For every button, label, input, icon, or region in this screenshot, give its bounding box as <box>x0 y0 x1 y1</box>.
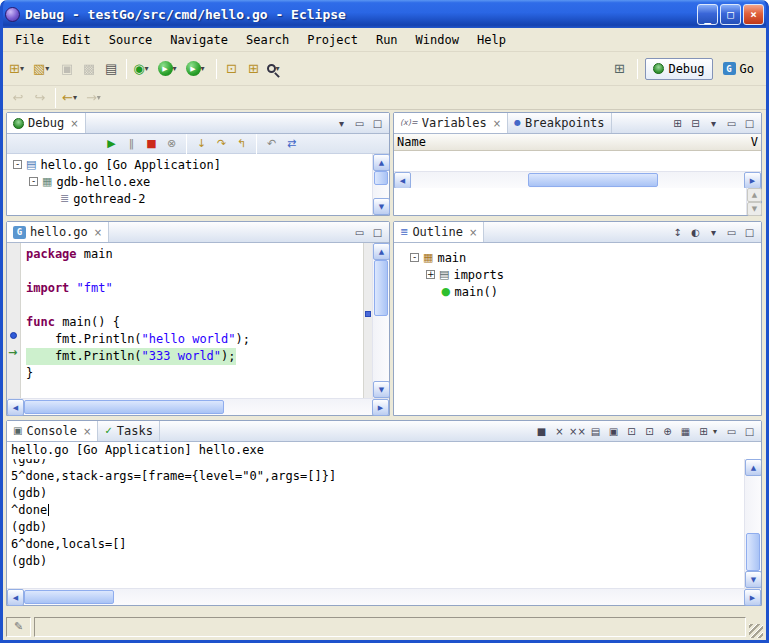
editor-vscrollbar[interactable]: ▲ ▼ <box>372 243 389 398</box>
debug-scrollbar[interactable]: ▲ ▼ <box>372 154 389 215</box>
step-into-button[interactable]: ↓ <box>192 135 211 152</box>
drop-to-frame-button[interactable]: ↶ <box>262 135 281 152</box>
view-menu-chevron-icon[interactable]: ▾ <box>333 115 350 131</box>
save-button[interactable]: ▣ <box>56 57 78 81</box>
scroll-thumb[interactable] <box>528 173 658 187</box>
dropdown-arrow-icon[interactable]: ▾ <box>145 64 154 73</box>
hide-elements-button[interactable]: ◐ <box>687 224 704 240</box>
menu-run[interactable]: Run <box>367 30 407 50</box>
console-output[interactable]: (gdb) 5^done,stack-args=[frame={level="0… <box>7 459 744 588</box>
column-name[interactable]: Name <box>397 135 426 149</box>
collapse-all-button[interactable]: ⊟ <box>687 115 704 131</box>
scroll-thumb[interactable] <box>374 171 388 185</box>
console-vscrollbar[interactable]: ▲ ▼ <box>744 459 761 588</box>
scroll-thumb[interactable] <box>24 590 114 604</box>
variables-table[interactable] <box>394 151 761 171</box>
scroll-up-button[interactable]: ▲ <box>747 188 762 202</box>
perspective-go-button[interactable]: G Go <box>716 59 761 79</box>
scroll-thumb[interactable] <box>374 260 388 316</box>
menu-edit[interactable]: Edit <box>53 30 100 50</box>
menu-window[interactable]: Window <box>407 30 468 50</box>
scroll-up-button[interactable]: ▲ <box>745 459 761 476</box>
maximize-view-button[interactable]: □ <box>369 224 386 240</box>
scroll-down-button[interactable]: ▼ <box>745 571 761 588</box>
tab-console[interactable]: ▣ Console × <box>7 421 98 441</box>
clear-console-button[interactable]: ▤ <box>587 423 604 439</box>
scroll-up-button[interactable]: ▲ <box>373 154 390 171</box>
editor-gutter[interactable]: → <box>7 243 21 398</box>
menu-navigate[interactable]: Navigate <box>161 30 237 50</box>
dropdown-arrow-icon[interactable]: ▾ <box>713 427 722 436</box>
last-edit-location-button[interactable]: ↩ <box>7 86 29 110</box>
console-hscrollbar[interactable]: ◀ ▶ <box>7 588 761 605</box>
dropdown-arrow-icon[interactable]: ▾ <box>73 93 82 102</box>
outline-item-imports[interactable]: + ▤ imports <box>398 266 761 283</box>
scroll-thumb[interactable] <box>746 533 760 571</box>
tab-tasks[interactable]: ✓ Tasks <box>98 421 160 441</box>
scroll-left-button[interactable]: ◀ <box>7 399 24 416</box>
show-on-stderr-button[interactable]: ⊡ <box>641 423 658 439</box>
use-step-filters-button[interactable]: ⇄ <box>282 135 301 152</box>
step-over-button[interactable]: ↷ <box>212 135 231 152</box>
debug-button[interactable]: ◉▾ <box>131 57 155 81</box>
expander-closed-icon[interactable]: + <box>426 270 435 279</box>
menu-file[interactable]: File <box>6 30 53 50</box>
breakpoint-marker-icon[interactable] <box>10 332 17 339</box>
print-button[interactable]: ▤ <box>100 57 122 81</box>
pin-console-button[interactable]: ⊕ <box>659 423 676 439</box>
scroll-lock-button[interactable]: ▣ <box>605 423 622 439</box>
dropdown-arrow-icon[interactable]: ▾ <box>201 64 210 73</box>
annotation-marker[interactable] <box>365 311 371 317</box>
expander-open-icon[interactable]: - <box>410 253 419 262</box>
remove-all-terminated-button[interactable]: ×× <box>569 423 586 439</box>
dropdown-arrow-icon[interactable]: ▾ <box>20 64 29 73</box>
view-menu-chevron-icon[interactable]: ▾ <box>705 224 722 240</box>
terminate-button[interactable]: ■ <box>533 423 550 439</box>
terminate-button[interactable]: ■ <box>142 135 161 152</box>
scroll-down-button[interactable]: ▼ <box>373 381 390 398</box>
tab-debug[interactable]: Debug × <box>7 113 86 133</box>
close-button[interactable]: × <box>743 4 764 25</box>
debug-tree-item-thread[interactable]: ≣ gothread-2 <box>11 190 372 207</box>
remove-launch-button[interactable]: × <box>551 423 568 439</box>
maximize-view-button[interactable]: □ <box>369 115 386 131</box>
variables-hscrollbar[interactable]: ◀ ▶ <box>394 171 761 188</box>
scroll-up-button[interactable]: ▲ <box>373 243 390 260</box>
maximize-button[interactable]: □ <box>720 4 741 25</box>
close-tab-icon[interactable]: × <box>70 118 78 129</box>
resize-grip[interactable] <box>749 624 763 638</box>
titlebar[interactable]: Debug - testGo/src/cmd/hello.go - Eclips… <box>0 0 769 28</box>
minimize-view-button[interactable]: ▭ <box>723 115 740 131</box>
outline-item-main-func[interactable]: ● main() <box>398 283 761 300</box>
status-icon-cell[interactable]: ✎ <box>6 617 31 637</box>
minimize-view-button[interactable]: ▭ <box>351 115 368 131</box>
column-value[interactable]: V <box>751 135 758 149</box>
tab-hello-go[interactable]: G hello.go × <box>7 222 109 242</box>
variables-column-header[interactable]: Name V <box>394 134 761 151</box>
tab-variables[interactable]: (x)= Variables × <box>394 113 508 133</box>
new-wizard-button[interactable]: ⊞▾ <box>7 57 31 81</box>
dropdown-arrow-icon[interactable]: ▾ <box>97 93 106 102</box>
minimize-view-button[interactable]: ▭ <box>723 423 740 439</box>
detail-scrollbar[interactable]: ▲ ▼ <box>746 188 761 215</box>
new-element-button[interactable]: ▧▾ <box>31 57 56 81</box>
menu-help[interactable]: Help <box>468 30 515 50</box>
maximize-view-button[interactable]: □ <box>741 115 758 131</box>
debug-tree-item-launch[interactable]: - ▤ hello.go [Go Application] <box>11 156 372 173</box>
run-button[interactable]: ▶▾ <box>156 57 184 81</box>
dropdown-arrow-icon[interactable]: ▾ <box>173 64 182 73</box>
next-edit-location-button[interactable]: ↪ <box>29 86 51 110</box>
expander-open-icon[interactable]: - <box>13 160 22 169</box>
menu-search[interactable]: Search <box>237 30 298 50</box>
scroll-left-button[interactable]: ◀ <box>7 589 24 606</box>
code-editor[interactable]: package main import "fmt" func main() { … <box>21 243 363 398</box>
editor-hscrollbar[interactable]: ◀ ▶ <box>7 398 389 415</box>
perspective-debug-button[interactable]: Debug <box>645 58 712 80</box>
scroll-left-button[interactable]: ◀ <box>394 172 411 189</box>
debug-tree-item-process[interactable]: - ▦ gdb-hello.exe <box>11 173 372 190</box>
show-logical-structure-button[interactable]: ⊞ <box>669 115 686 131</box>
external-tools-button[interactable]: ▶▾ <box>184 57 212 81</box>
scroll-thumb[interactable] <box>24 400 224 414</box>
scroll-right-button[interactable]: ▶ <box>744 589 761 606</box>
maximize-view-button[interactable]: □ <box>741 224 758 240</box>
